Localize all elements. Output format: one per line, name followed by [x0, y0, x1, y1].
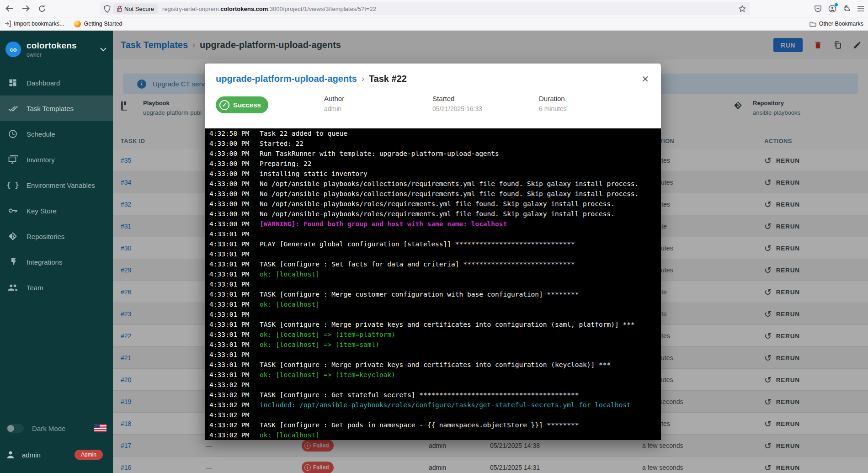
not-secure-chip[interactable]: Not Secure [113, 4, 158, 14]
modal-template-link[interactable]: upgrade-platform-upload-agents [216, 74, 357, 84]
dark-mode-row: Dark Mode [0, 419, 113, 437]
log-timestamp: 4:33:02 PM [205, 420, 260, 430]
other-bookmarks-item[interactable]: Other Bookmarks [809, 21, 863, 27]
success-badge: ✓ Success [216, 96, 268, 113]
task-detail-modal: upgrade-platform-upload-agents › Task #2… [205, 64, 661, 440]
log-message: ok: [localhost] => (item=platform) [260, 330, 395, 340]
log-message: included: /opt/ansible-playbooks/roles/c… [260, 400, 631, 410]
log-message: No /opt/ansible-playbooks/collections/re… [260, 189, 639, 199]
modal-started: Started 05/21/2025 16:33 [432, 95, 482, 112]
log-timestamp: 4:33:01 PM [205, 279, 260, 289]
log-timestamp: 4:33:00 PM [205, 209, 260, 219]
sidebar-item-task-templates[interactable]: Task Templates [0, 96, 113, 121]
log-timestamp: 4:33:01 PM [205, 309, 260, 319]
log-timestamp: 4:33:00 PM [205, 138, 260, 149]
sidebar-item-environment-variables[interactable]: { } Environment Variables [0, 172, 113, 198]
log-line: 4:33:01 PM PLAY [Generate global configu… [205, 239, 661, 249]
url-text[interactable]: registry-airtel-onprem.colortokens.com:3… [162, 5, 376, 12]
log-timestamp: 4:33:01 PM [205, 350, 260, 360]
modal-duration: Duration 6 minutes [539, 95, 567, 112]
log-line: 4:33:00 PM Started: 22 [205, 138, 661, 149]
log-line: 4:33:01 PM ok: [localhost] => (item=plat… [205, 330, 661, 340]
log-timestamp: 4:33:02 PM [205, 410, 260, 420]
log-line: 4:33:01 PM TASK [configure : Merge custo… [205, 289, 661, 299]
reload-icon[interactable] [35, 2, 49, 15]
us-flag-icon[interactable] [94, 424, 107, 432]
team-icon [7, 282, 18, 293]
log-line: 4:33:01 PM ok: [localhost] => (item=saml… [205, 340, 661, 350]
log-message: Preparing: 22 [260, 159, 312, 169]
sidebar-item-dashboard[interactable]: Dashboard [0, 70, 113, 96]
log-timestamp: 4:33:01 PM [205, 269, 260, 279]
log-timestamp: 4:33:00 PM [205, 219, 260, 229]
menu-icon[interactable] [857, 5, 864, 12]
check-icon: ✓ [219, 100, 229, 110]
pocket-icon[interactable] [814, 5, 822, 13]
account-icon[interactable] [828, 5, 836, 13]
sidebar-item-schedule[interactable]: Schedule [0, 121, 113, 147]
getting-started-item[interactable]: Getting Started [74, 21, 122, 27]
project-role: owner [27, 52, 77, 58]
log-message: TASK [configure : Get pods in namespace … [260, 420, 579, 430]
url-bar[interactable]: Not Secure registry-airtel-onprem.colort… [100, 2, 750, 15]
main-content: Task Templates › upgrade-platform-upload… [113, 31, 868, 473]
log-line: 4:33:00 PM No /opt/ansible-playbooks/rol… [205, 209, 661, 219]
log-message: TASK [configure : Merge customer configu… [260, 289, 579, 299]
sidebar-item-integrations[interactable]: Integrations [0, 249, 113, 275]
log-timestamp: 4:33:02 PM [205, 380, 260, 390]
bookmark-star-icon[interactable] [739, 5, 746, 12]
log-line: 4:33:00 PM No /opt/ansible-playbooks/rol… [205, 199, 661, 209]
log-timestamp: 4:32:58 PM [205, 128, 260, 138]
sidebar-item-repositories[interactable]: Repositories [0, 223, 113, 249]
log-message: ok: [localhost] [260, 430, 320, 440]
log-timestamp: 4:33:00 PM [205, 169, 260, 179]
log-line: 4:33:01 PM TASK [configure : Set facts f… [205, 259, 661, 269]
dark-mode-toggle[interactable] [6, 424, 24, 433]
git-icon [7, 231, 18, 242]
back-icon[interactable] [2, 2, 16, 15]
log-message: ok: [localhost] [260, 269, 320, 279]
monitor-icon [7, 154, 18, 165]
log-line: 4:33:01 PM ok: [localhost] [205, 299, 661, 309]
log-timestamp: 4:33:01 PM [205, 360, 260, 370]
dashboard-icon [7, 77, 18, 88]
log-timestamp: 4:33:00 PM [205, 179, 260, 189]
log-line: 4:32:58 PM Task 22 added to queue [205, 128, 661, 138]
modal-title-separator: › [362, 74, 364, 84]
key-icon [7, 205, 18, 216]
log-message: TASK [configure : Merge private keys and… [260, 360, 611, 370]
log-line: 4:33:02 PM ok: [localhost] [205, 430, 661, 440]
log-timestamp: 4:33:01 PM [205, 330, 260, 340]
shield-icon[interactable] [104, 5, 111, 13]
import-bookmarks-item[interactable]: Import bookmarks... [5, 21, 64, 27]
log-line: 4:33:00 PM No /opt/ansible-playbooks/col… [205, 179, 661, 189]
sidebar-item-team[interactable]: Team [0, 275, 113, 300]
log-message: [WARNING]: Found both group and host wit… [260, 219, 507, 229]
not-secure-label: Not Secure [124, 5, 154, 12]
log-message: No /opt/ansible-playbooks/roles/requirem… [260, 199, 615, 209]
chevron-down-icon [100, 48, 107, 52]
log-timestamp: 4:33:01 PM [205, 289, 260, 299]
log-line: 4:33:01 PM [205, 229, 661, 239]
close-icon[interactable]: ✕ [641, 74, 649, 85]
log-message: ok: [localhost] => (item=saml) [260, 340, 379, 350]
log-message: ok: [localhost] [260, 299, 320, 309]
project-avatar: co [5, 42, 21, 57]
log-message: PLAY [Generate global configuration [sta… [260, 239, 575, 249]
person-icon [6, 451, 15, 459]
forward-icon[interactable] [18, 2, 33, 15]
broken-lock-icon [117, 5, 122, 12]
user-row[interactable]: admin Admin [0, 446, 113, 464]
log-line: 4:33:00 PM installing static inventory [205, 169, 661, 179]
extensions-icon[interactable] [843, 5, 851, 13]
log-line: 4:33:01 PM [205, 309, 661, 319]
sidebar-item-key-store[interactable]: Key Store [0, 198, 113, 223]
log-timestamp: 4:33:01 PM [205, 229, 260, 239]
log-line: 4:33:01 PM ok: [localhost] [205, 269, 661, 279]
modal-task-number: Task #22 [369, 74, 407, 84]
sidebar-item-inventory[interactable]: Inventory [0, 147, 113, 172]
task-log-terminal[interactable]: 4:32:58 PM Task 22 added to queue 4:33:0… [205, 128, 661, 440]
admin-badge: Admin [75, 450, 103, 460]
project-switcher[interactable]: co colortokens owner [0, 31, 113, 70]
log-timestamp: 4:33:01 PM [205, 319, 260, 330]
